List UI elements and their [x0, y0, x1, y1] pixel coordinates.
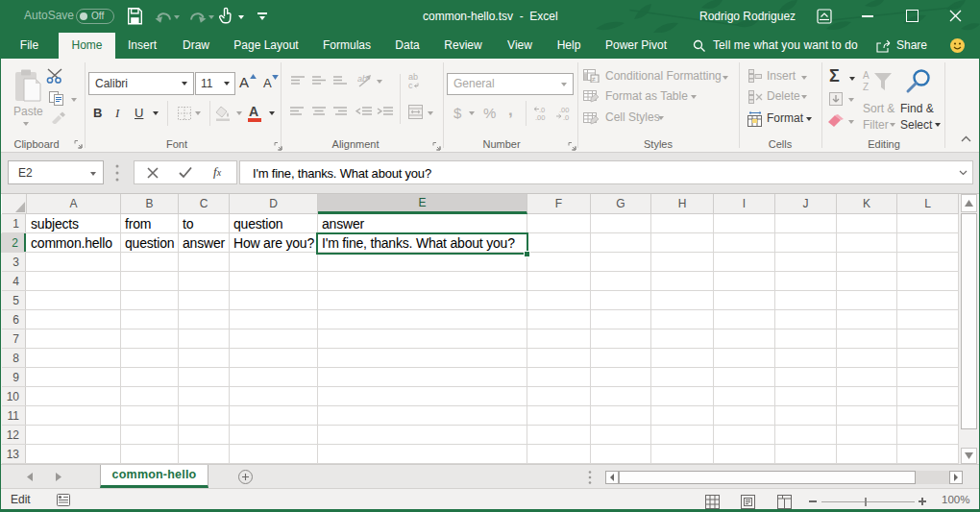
svg-text:.00: .00 [535, 113, 545, 121]
svg-text:.0: .0 [563, 113, 569, 121]
svg-text:c: c [408, 81, 413, 89]
svg-text:≠: ≠ [592, 76, 596, 83]
